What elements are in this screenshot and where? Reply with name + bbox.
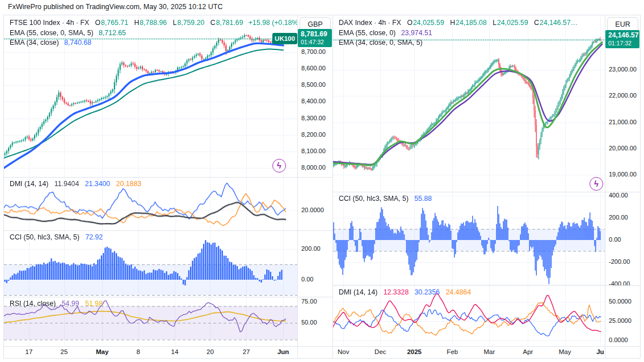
price-axis-label: 50.00	[301, 319, 317, 326]
price-axis-label: 75.00	[301, 298, 317, 305]
ftse-dmi-canvas[interactable]	[4, 178, 297, 231]
publisher-text: FxWirePro published on TradingView.com, …	[8, 3, 222, 11]
ftse-price-axis[interactable]: GBP 8,781.69 01:47:32 8,700.008,600.008,…	[297, 15, 332, 177]
ftse-rsi-axis[interactable]: 75.0050.00	[297, 297, 332, 346]
dax-price-badge: 24,146.57 01:17:32	[605, 30, 639, 48]
price-axis-label: 0.0000	[609, 336, 628, 343]
time-axis-label: 25	[61, 348, 68, 355]
dax-last-price: 24,146.57	[608, 31, 637, 40]
price-axis-label: 22,000.00	[609, 92, 637, 99]
price-axis-label: 20,000.00	[609, 145, 637, 151]
time-axis-label: Feb	[447, 348, 458, 355]
ftse-cci-plot[interactable]: CCI (50, hlc3, SMA, 5) 72.92	[4, 231, 297, 297]
ftse-dmi-plot[interactable]: DMI (14, 14) 11.9404 21.3400 20.1883	[4, 178, 297, 231]
ftse-rsi-canvas[interactable]	[4, 297, 297, 346]
price-axis-label: 0.00	[609, 236, 621, 243]
time-axis-label: May	[96, 348, 108, 355]
ftse-main-canvas[interactable]	[4, 15, 297, 177]
price-axis-label: 200.00	[301, 245, 321, 252]
publisher-header: FxWirePro published on TradingView.com, …	[0, 0, 644, 15]
price-axis-label: 8,600.00	[301, 65, 326, 71]
time-axis-label: Apr	[523, 348, 533, 355]
price-axis-label: 8,200.00	[301, 131, 326, 138]
time-axis-label: 8	[137, 348, 140, 355]
ftse-countdown: 01:47:32	[301, 39, 329, 46]
ftse-axis-corner	[297, 347, 332, 358]
time-axis-label: 14	[171, 348, 178, 355]
time-axis-label: Jun	[277, 348, 289, 355]
chart-panel-dax: DAX Index · 4h · FX O24,025.59 H24,185.0…	[333, 15, 640, 358]
time-axis-label: Nov	[338, 348, 349, 355]
dax-cci-canvas[interactable]	[333, 192, 605, 285]
chart-panel-ftse: FTSE 100 Index · 4h · FX O8,765.71 H8,78…	[4, 15, 333, 358]
lightning-icon[interactable]: ϟ	[590, 177, 603, 191]
price-axis-label: 21,000.00	[609, 119, 637, 125]
time-axis-label: 2025	[407, 348, 422, 355]
ftse-last-price: 8,781.69	[301, 30, 329, 39]
lightning-icon[interactable]: ϟ	[272, 159, 286, 172]
ftse-time-axis[interactable]: 1725May8142027Jun	[4, 347, 297, 358]
dax-countdown: 01:17:32	[608, 40, 637, 47]
ftse-dmi-axis[interactable]: 20.0000	[297, 178, 332, 231]
price-axis-label: 8,700.00	[301, 48, 326, 55]
price-axis-label: 19,000.00	[609, 171, 637, 178]
time-axis-label: May	[559, 348, 571, 355]
time-axis-label: 27	[243, 348, 250, 355]
dax-price-axis[interactable]: EUR 24,146.57 01:17:32 23,000.0022,000.0…	[605, 15, 640, 192]
dax-main-chart-plot[interactable]: DAX Index · 4h · FX O24,025.59 H24,185.0…	[333, 15, 605, 192]
symbol-tag-uk100: UK100	[272, 33, 297, 44]
dax-dmi-axis[interactable]: 50.000025.00000.0000	[605, 286, 640, 346]
price-axis-label: 8,300.00	[301, 115, 326, 121]
price-axis-label: 23,000.00	[609, 66, 637, 73]
price-axis-label: 8,000.00	[301, 164, 326, 171]
time-axis-label: 20	[207, 348, 214, 355]
price-axis-label: 200.00	[609, 214, 628, 221]
dax-axis-corner	[605, 347, 640, 358]
price-axis-label: 8,500.00	[301, 81, 326, 88]
ftse-price-badge: 8,781.69 01:47:32	[298, 29, 332, 47]
price-axis-label: 25.0000	[609, 317, 632, 324]
price-axis-label: 400.00	[609, 192, 628, 199]
price-axis-label: 8,100.00	[301, 148, 326, 154]
time-axis-label: 17	[26, 348, 33, 355]
dax-main-canvas[interactable]	[333, 15, 605, 192]
dax-dmi-canvas[interactable]	[333, 286, 605, 346]
ftse-main-chart-plot[interactable]: FTSE 100 Index · 4h · FX O8,765.71 H8,78…	[4, 15, 297, 177]
ftse-cci-canvas[interactable]	[4, 231, 297, 297]
time-axis-label: Mar	[484, 348, 495, 355]
price-axis-label: 20.0000	[301, 207, 324, 213]
ftse-cci-axis[interactable]: 200.000.00	[297, 231, 332, 297]
ftse-rsi-plot[interactable]: RSI (14, close) 54.99 51.98	[4, 297, 297, 346]
dax-cci-axis[interactable]: 400.00200.000.00-200.00-400.00	[605, 192, 640, 285]
time-axis-label: Ju	[596, 348, 604, 355]
dax-time-axis[interactable]: NovDec2025FebMarAprMayJu	[333, 347, 605, 358]
price-axis-label: 0.00	[301, 276, 313, 283]
time-axis-label: Dec	[374, 348, 386, 355]
dax-cci-plot[interactable]: CCI (50, hlc3, SMA, 5) 55.88	[333, 192, 605, 285]
price-axis-label: -200.00	[609, 258, 630, 265]
price-axis-label: 8,400.00	[301, 98, 326, 104]
dax-dmi-plot[interactable]: DMI (14, 14) 12.3328 30.2356 24.4864	[333, 286, 605, 346]
price-axis-label: 50.0000	[609, 298, 632, 305]
chart-widget: FTSE 100 Index · 4h · FX O8,765.71 H8,78…	[3, 15, 641, 359]
